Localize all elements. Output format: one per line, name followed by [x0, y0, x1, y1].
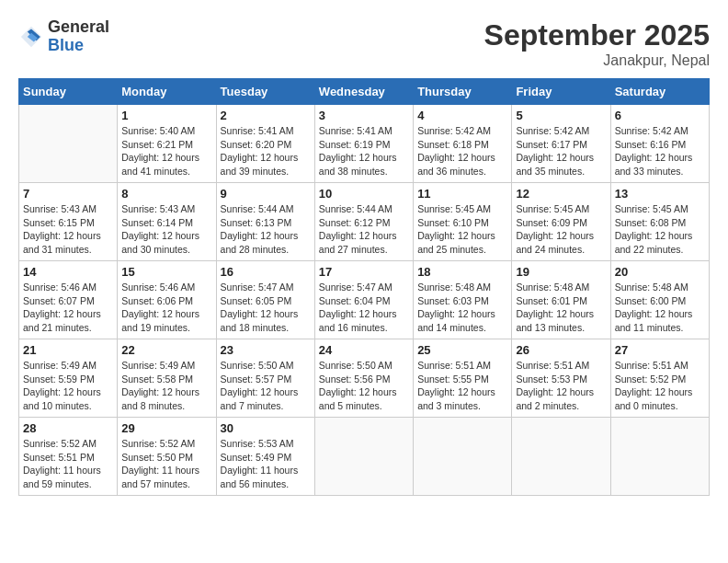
week-row-5: 28Sunrise: 5:52 AMSunset: 5:51 PMDayligh…	[19, 418, 710, 496]
day-number: 21	[23, 343, 113, 357]
day-info: Sunrise: 5:50 AMSunset: 5:56 PMDaylight:…	[319, 359, 409, 413]
calendar-cell: 19Sunrise: 5:48 AMSunset: 6:01 PMDayligh…	[512, 261, 610, 339]
calendar-cell: 5Sunrise: 5:42 AMSunset: 6:17 PMDaylight…	[512, 105, 610, 183]
day-number: 23	[221, 343, 311, 357]
title-block: September 2025 Janakpur, Nepal	[484, 18, 710, 69]
calendar-cell: 25Sunrise: 5:51 AMSunset: 5:55 PMDayligh…	[414, 339, 512, 418]
week-row-4: 21Sunrise: 5:49 AMSunset: 5:59 PMDayligh…	[19, 339, 710, 418]
calendar-cell: 21Sunrise: 5:49 AMSunset: 5:59 PMDayligh…	[19, 339, 118, 418]
calendar-cell	[610, 418, 709, 496]
day-info: Sunrise: 5:42 AMSunset: 6:18 PMDaylight:…	[417, 124, 507, 178]
day-info: Sunrise: 5:45 AMSunset: 6:09 PMDaylight:…	[516, 202, 606, 257]
day-info: Sunrise: 5:51 AMSunset: 5:53 PMDaylight:…	[516, 359, 606, 413]
logo-icon	[18, 24, 44, 50]
logo: General Blue	[18, 18, 109, 55]
calendar-cell	[414, 418, 512, 496]
calendar-cell: 30Sunrise: 5:53 AMSunset: 5:49 PMDayligh…	[216, 418, 314, 496]
calendar-cell: 17Sunrise: 5:47 AMSunset: 6:04 PMDayligh…	[314, 261, 413, 339]
day-number: 30	[221, 421, 311, 435]
week-row-3: 14Sunrise: 5:46 AMSunset: 6:07 PMDayligh…	[19, 261, 710, 339]
day-number: 20	[615, 265, 705, 279]
logo-text: General Blue	[48, 18, 109, 55]
calendar-cell: 8Sunrise: 5:43 AMSunset: 6:14 PMDaylight…	[118, 183, 216, 261]
weekday-header-thursday: Thursday	[414, 79, 512, 105]
day-number: 28	[23, 421, 113, 435]
day-number: 22	[121, 343, 211, 357]
day-info: Sunrise: 5:48 AMSunset: 6:01 PMDaylight:…	[516, 281, 606, 335]
day-number: 10	[319, 187, 409, 201]
day-number: 16	[221, 265, 311, 279]
calendar-cell: 13Sunrise: 5:45 AMSunset: 6:08 PMDayligh…	[610, 183, 709, 261]
page-header: General Blue September 2025 Janakpur, Ne…	[18, 18, 710, 69]
day-number: 9	[221, 187, 311, 201]
day-info: Sunrise: 5:53 AMSunset: 5:49 PMDaylight:…	[221, 437, 311, 491]
calendar-cell: 27Sunrise: 5:51 AMSunset: 5:52 PMDayligh…	[610, 339, 709, 418]
day-info: Sunrise: 5:46 AMSunset: 6:07 PMDaylight:…	[23, 281, 113, 335]
day-info: Sunrise: 5:52 AMSunset: 5:51 PMDaylight:…	[23, 437, 113, 491]
calendar-cell: 24Sunrise: 5:50 AMSunset: 5:56 PMDayligh…	[314, 339, 413, 418]
day-info: Sunrise: 5:40 AMSunset: 6:21 PMDaylight:…	[121, 124, 211, 178]
calendar-cell: 23Sunrise: 5:50 AMSunset: 5:57 PMDayligh…	[216, 339, 314, 418]
day-info: Sunrise: 5:43 AMSunset: 6:15 PMDaylight:…	[23, 202, 113, 257]
calendar-cell: 29Sunrise: 5:52 AMSunset: 5:50 PMDayligh…	[118, 418, 216, 496]
calendar-cell: 12Sunrise: 5:45 AMSunset: 6:09 PMDayligh…	[512, 183, 610, 261]
calendar-cell: 9Sunrise: 5:44 AMSunset: 6:13 PMDaylight…	[216, 183, 314, 261]
calendar-cell: 2Sunrise: 5:41 AMSunset: 6:20 PMDaylight…	[216, 105, 314, 183]
day-info: Sunrise: 5:47 AMSunset: 6:04 PMDaylight:…	[319, 281, 409, 335]
day-info: Sunrise: 5:43 AMSunset: 6:14 PMDaylight:…	[121, 202, 211, 257]
weekday-header-wednesday: Wednesday	[314, 79, 413, 105]
day-number: 1	[121, 109, 211, 122]
day-info: Sunrise: 5:42 AMSunset: 6:16 PMDaylight:…	[615, 124, 705, 178]
day-number: 19	[516, 265, 606, 279]
day-info: Sunrise: 5:41 AMSunset: 6:19 PMDaylight:…	[319, 124, 409, 178]
week-row-2: 7Sunrise: 5:43 AMSunset: 6:15 PMDaylight…	[19, 183, 710, 261]
day-info: Sunrise: 5:48 AMSunset: 6:00 PMDaylight:…	[615, 281, 705, 335]
day-number: 25	[417, 343, 507, 357]
day-info: Sunrise: 5:45 AMSunset: 6:08 PMDaylight:…	[615, 202, 705, 257]
calendar-table: SundayMondayTuesdayWednesdayThursdayFrid…	[18, 78, 710, 496]
weekday-header-row: SundayMondayTuesdayWednesdayThursdayFrid…	[19, 79, 710, 105]
weekday-header-saturday: Saturday	[610, 79, 709, 105]
day-info: Sunrise: 5:51 AMSunset: 5:55 PMDaylight:…	[417, 359, 507, 413]
calendar-cell	[19, 105, 118, 183]
calendar-cell: 28Sunrise: 5:52 AMSunset: 5:51 PMDayligh…	[19, 418, 118, 496]
day-number: 5	[516, 109, 606, 122]
calendar-cell: 20Sunrise: 5:48 AMSunset: 6:00 PMDayligh…	[610, 261, 709, 339]
calendar-cell: 15Sunrise: 5:46 AMSunset: 6:06 PMDayligh…	[118, 261, 216, 339]
calendar-cell	[512, 418, 610, 496]
day-number: 3	[319, 109, 409, 122]
day-number: 18	[417, 265, 507, 279]
calendar-cell: 14Sunrise: 5:46 AMSunset: 6:07 PMDayligh…	[19, 261, 118, 339]
day-info: Sunrise: 5:42 AMSunset: 6:17 PMDaylight:…	[516, 124, 606, 178]
calendar-cell: 7Sunrise: 5:43 AMSunset: 6:15 PMDaylight…	[19, 183, 118, 261]
calendar-cell: 3Sunrise: 5:41 AMSunset: 6:19 PMDaylight…	[314, 105, 413, 183]
day-number: 15	[121, 265, 211, 279]
day-number: 13	[615, 187, 705, 201]
calendar-cell: 16Sunrise: 5:47 AMSunset: 6:05 PMDayligh…	[216, 261, 314, 339]
day-number: 6	[615, 109, 705, 122]
location-subtitle: Janakpur, Nepal	[484, 52, 710, 69]
day-number: 17	[319, 265, 409, 279]
day-info: Sunrise: 5:47 AMSunset: 6:05 PMDaylight:…	[221, 281, 311, 335]
weekday-header-monday: Monday	[118, 79, 216, 105]
calendar-cell: 1Sunrise: 5:40 AMSunset: 6:21 PMDaylight…	[118, 105, 216, 183]
day-number: 7	[23, 187, 113, 201]
day-number: 12	[516, 187, 606, 201]
day-info: Sunrise: 5:50 AMSunset: 5:57 PMDaylight:…	[221, 359, 311, 413]
day-info: Sunrise: 5:49 AMSunset: 5:58 PMDaylight:…	[121, 359, 211, 413]
day-info: Sunrise: 5:45 AMSunset: 6:10 PMDaylight:…	[417, 202, 507, 257]
weekday-header-tuesday: Tuesday	[216, 79, 314, 105]
day-info: Sunrise: 5:48 AMSunset: 6:03 PMDaylight:…	[417, 281, 507, 335]
day-info: Sunrise: 5:44 AMSunset: 6:13 PMDaylight:…	[221, 202, 311, 257]
day-number: 14	[23, 265, 113, 279]
day-number: 11	[417, 187, 507, 201]
day-number: 8	[121, 187, 211, 201]
calendar-cell: 26Sunrise: 5:51 AMSunset: 5:53 PMDayligh…	[512, 339, 610, 418]
day-info: Sunrise: 5:51 AMSunset: 5:52 PMDaylight:…	[615, 359, 705, 413]
month-title: September 2025	[484, 18, 710, 52]
day-number: 4	[417, 109, 507, 122]
day-number: 24	[319, 343, 409, 357]
day-number: 29	[121, 421, 211, 435]
weekday-header-friday: Friday	[512, 79, 610, 105]
calendar-cell: 18Sunrise: 5:48 AMSunset: 6:03 PMDayligh…	[414, 261, 512, 339]
